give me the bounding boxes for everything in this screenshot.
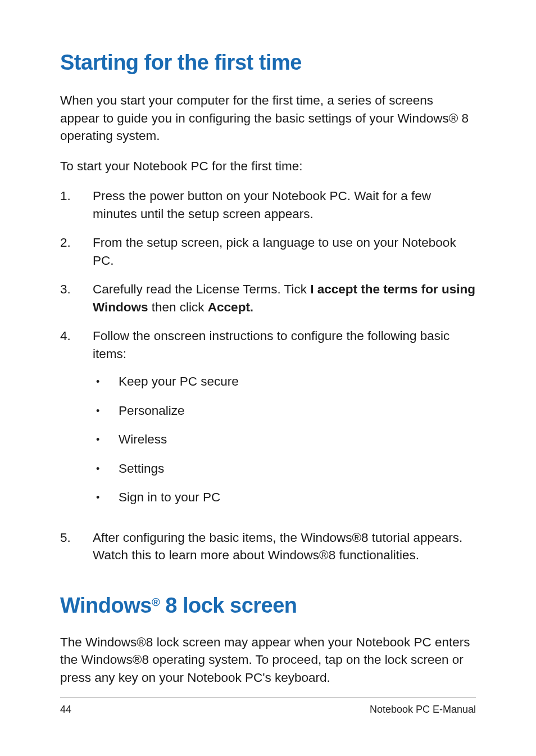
step-text: Carefully read the License Terms. Tick I… bbox=[93, 280, 476, 316]
bullet-text: Personalize bbox=[119, 402, 476, 420]
step-number: 3. bbox=[60, 280, 93, 316]
heading-lock-screen: Windows® 8 lock screen bbox=[60, 594, 476, 618]
bullet-icon: • bbox=[93, 431, 119, 449]
registered-icon: ® bbox=[152, 596, 160, 608]
step-mid: then click bbox=[148, 300, 208, 314]
bullet-item: • Settings bbox=[93, 460, 476, 478]
heading-starting: Starting for the first time bbox=[60, 51, 476, 75]
step-number: 1. bbox=[60, 187, 93, 223]
intro-paragraph: When you start your computer for the fir… bbox=[60, 92, 476, 145]
bullet-item: • Sign in to your PC bbox=[93, 488, 476, 506]
bullet-text: Sign in to your PC bbox=[119, 488, 476, 506]
step-text: Press the power button on your Notebook … bbox=[93, 187, 476, 223]
bullet-text: Wireless bbox=[119, 431, 476, 449]
bullet-icon: • bbox=[93, 488, 119, 506]
step-5: 5. After configuring the basic items, th… bbox=[60, 529, 476, 564]
step-4: 4. Follow the onscreen instructions to c… bbox=[60, 327, 476, 518]
manual-title: Notebook PC E-Manual bbox=[370, 704, 476, 716]
step-text: From the setup screen, pick a language t… bbox=[93, 234, 476, 269]
steps-list: 1. Press the power button on your Notebo… bbox=[60, 187, 476, 564]
bullet-icon: • bbox=[93, 402, 119, 420]
bullet-text: Keep your PC secure bbox=[119, 373, 476, 391]
heading2-post: 8 lock screen bbox=[160, 594, 297, 617]
step-text: After configuring the basic items, the W… bbox=[93, 529, 476, 564]
bullet-list: • Keep your PC secure • Personalize • Wi… bbox=[93, 373, 476, 506]
bullet-item: • Personalize bbox=[93, 402, 476, 420]
step-2: 2. From the setup screen, pick a languag… bbox=[60, 234, 476, 269]
step-number: 4. bbox=[60, 327, 93, 518]
step-3: 3. Carefully read the License Terms. Tic… bbox=[60, 280, 476, 316]
lock-screen-paragraph: The Windows®8 lock screen may appear whe… bbox=[60, 633, 476, 687]
step-text: Follow the onscreen instructions to conf… bbox=[93, 327, 476, 518]
bullet-item: • Keep your PC secure bbox=[93, 373, 476, 391]
bullet-text: Settings bbox=[119, 460, 476, 478]
bullet-item: • Wireless bbox=[93, 431, 476, 449]
step-number: 2. bbox=[60, 234, 93, 269]
heading2-pre: Windows bbox=[60, 594, 152, 617]
step-number: 5. bbox=[60, 529, 93, 564]
step-bold-2: Accept. bbox=[208, 300, 253, 314]
bullet-icon: • bbox=[93, 373, 119, 391]
bullet-icon: • bbox=[93, 460, 119, 478]
lead-paragraph: To start your Notebook PC for the first … bbox=[60, 157, 476, 175]
page-footer: 44 Notebook PC E-Manual bbox=[60, 698, 476, 716]
step-1: 1. Press the power button on your Notebo… bbox=[60, 187, 476, 223]
step-4-text: Follow the onscreen instructions to conf… bbox=[93, 329, 449, 361]
page-number: 44 bbox=[60, 704, 71, 716]
step-prefix: Carefully read the License Terms. Tick bbox=[93, 282, 310, 296]
